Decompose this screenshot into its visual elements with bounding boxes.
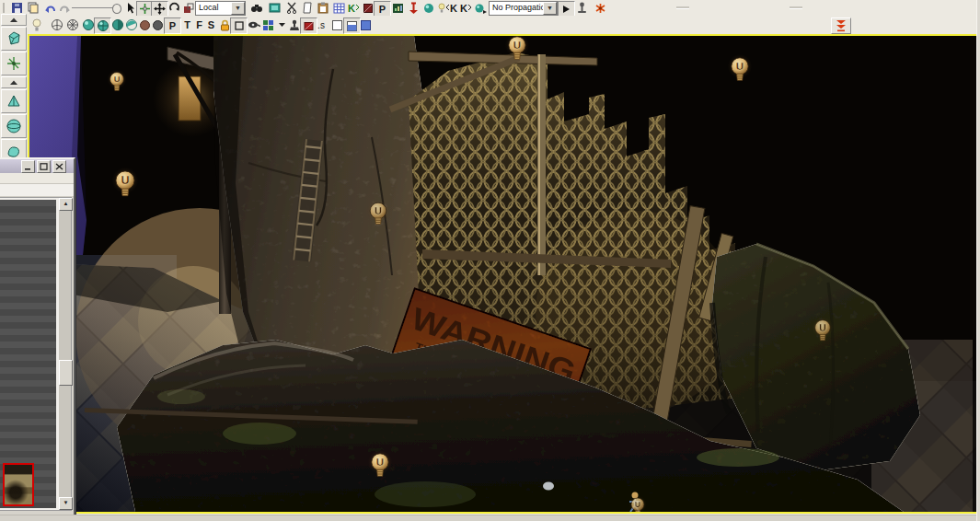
paste-button[interactable] [315,1,330,15]
top-letter: T [184,19,190,30]
coordinate-system-select[interactable]: Local▼ [195,1,246,16]
p-letter: P [379,4,386,15]
bottom-strip [0,515,980,521]
wireframe-view-button[interactable] [49,17,64,32]
scroll-up-arrow[interactable]: ▲ [59,198,73,211]
k-letter2: K [460,3,467,14]
visibility-eye-button[interactable] [246,17,261,32]
burst-button[interactable] [593,1,608,15]
front-letter: F [196,19,202,30]
copy-page-button[interactable] [299,1,315,15]
find-button[interactable] [248,1,264,15]
3d-editor-app: Local▼ K P K K No Propagation▼ [0,0,980,521]
texture-list-panel[interactable] [0,200,56,508]
propagation-value: No Propagation [492,3,550,12]
ik-back-button[interactable]: K [444,1,459,15]
texture-browser-window[interactable]: ▲ ▼ [0,157,75,518]
texture-thumbnail-selected[interactable] [3,463,34,506]
history-slider[interactable] [72,7,120,8]
display-button[interactable] [267,1,282,15]
chevron-down-icon[interactable]: ▼ [543,2,557,15]
primitive-gem-button[interactable] [1,27,27,51]
window-menubar[interactable] [0,173,74,184]
dot-s-text: .s [317,20,325,30]
maximize-button[interactable] [37,160,51,173]
close-button[interactable] [52,160,66,173]
minimize-button[interactable] [21,160,35,173]
pivot-button[interactable] [574,1,590,15]
window-client-area: ▲ ▼ [0,197,72,511]
scene-canvas: U [29,36,976,512]
primitive-sphere-button[interactable] [1,114,27,138]
redo-button[interactable] [57,1,73,15]
key-letter: K [348,3,355,14]
collapse-toolbar-button[interactable] [831,17,851,34]
toolbar-separator [676,6,689,9]
main-toolbar: Local▼ K P K K No Propagation▼ [0,0,980,17]
grid-table-button[interactable] [331,1,347,15]
square-filled-button[interactable] [358,17,374,32]
dropper-button[interactable] [406,1,421,15]
scale-button[interactable] [180,1,196,15]
pebble [543,482,554,491]
sphere-link-button[interactable] [473,1,489,15]
viewport-3d[interactable]: U [28,34,978,514]
facet-view-button[interactable] [64,17,80,32]
skeleton-tool-button[interactable] [1,52,27,75]
scroll-up-button[interactable] [1,14,27,26]
secondary-toolbar: P T F S .s [0,16,980,35]
side-letter: S [208,19,214,30]
ik-forward-button[interactable]: K [458,1,474,15]
window-toolbar-strip [0,184,74,197]
scroll-divider-button[interactable] [1,76,27,88]
p-mode-button[interactable]: P [374,1,391,17]
chart-button[interactable] [390,1,406,15]
propagation-select[interactable]: No Propagation▼ [489,1,558,16]
toolbar-separator [790,6,802,9]
primitive-prism-button[interactable] [1,89,27,113]
right-strip [976,0,980,521]
window-titlebar[interactable] [0,159,74,173]
left-toolbar [0,13,28,160]
k-letter: K [450,3,457,14]
scroll-thumb[interactable] [59,360,73,386]
light-bulb-button[interactable] [29,17,44,32]
coordinate-system-value: Local [199,3,219,12]
undo-button[interactable] [42,1,58,15]
cut-button[interactable] [283,1,299,15]
perspective-letter: P [169,20,176,31]
dot-s-label: .s [315,17,328,32]
play-button[interactable] [558,1,575,17]
chevron-down-icon[interactable]: ▼ [231,2,245,15]
scroll-down-arrow[interactable]: ▼ [59,497,73,510]
slider-knob[interactable] [112,4,121,14]
scrollbar[interactable]: ▲ ▼ [59,198,71,510]
